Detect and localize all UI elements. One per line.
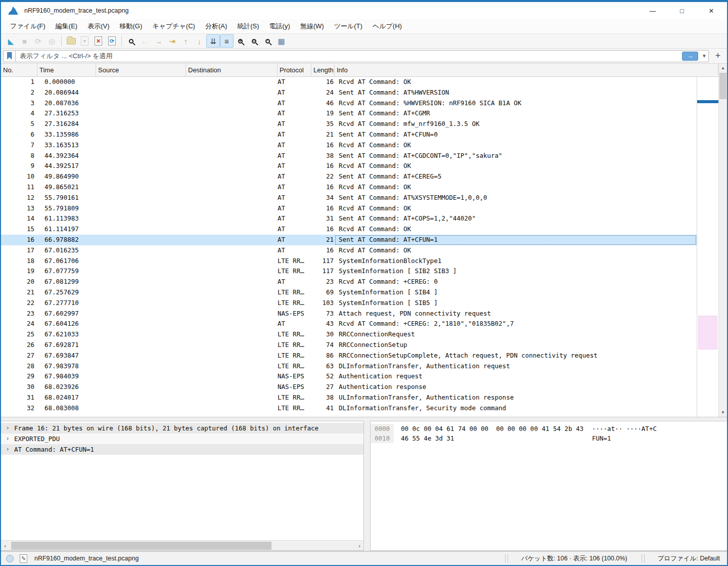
- packet-row[interactable]: 2767.693847LTE RR…86RRCConnectionSetupCo…: [1, 351, 697, 361]
- menu-file[interactable]: ファイル(F): [5, 19, 51, 33]
- expand-arrow-icon[interactable]: ›: [1, 423, 14, 433]
- filter-dropdown-button[interactable]: ▼: [700, 51, 708, 62]
- expand-arrow-icon[interactable]: ›: [1, 444, 14, 455]
- find-packet-button[interactable]: [124, 34, 138, 48]
- packet-row[interactable]: 633.135986AT21Sent AT Command: AT+CFUN=0: [1, 129, 697, 140]
- menu-telephony[interactable]: 電話(y): [264, 19, 295, 33]
- lower-panes: ›Frame 16: 21 bytes on wire (168 bits), …: [1, 421, 727, 551]
- packet-list-vertical-scrollbar[interactable]: ▲ ▼: [718, 64, 727, 417]
- packet-row[interactable]: 1867.061706LTE RR…117SystemInformationBl…: [1, 256, 697, 267]
- intelligent-scrollbar-minimap[interactable]: [697, 77, 718, 417]
- expert-info-icon[interactable]: [6, 555, 14, 562]
- packet-row[interactable]: 944.392517AT16Rcvd AT Command: OK: [1, 161, 697, 171]
- start-capture-button[interactable]: ◣: [4, 34, 18, 48]
- display-filter-input[interactable]: [16, 52, 682, 60]
- packet-row[interactable]: 220.086944AT24Sent AT Command: AT%HWVERS…: [1, 88, 697, 98]
- packet-row[interactable]: 2167.257629LTE RR…69SystemInformation [ …: [1, 287, 697, 298]
- close-file-button[interactable]: ✕: [92, 34, 105, 48]
- packet-cell-time: 67.277710: [37, 298, 96, 309]
- go-last-button[interactable]: ↓: [193, 34, 206, 48]
- packet-row[interactable]: 427.316253AT19Sent AT Command: AT+CGMR: [1, 108, 697, 119]
- column-header-info[interactable]: Info: [335, 64, 718, 76]
- menu-wireless[interactable]: 無線(W): [295, 19, 329, 33]
- menu-analyze[interactable]: 分析(A): [200, 19, 232, 33]
- packet-row[interactable]: 2467.604126AT43Rcvd AT Command: +CEREG: …: [1, 319, 697, 329]
- column-header-length[interactable]: Length: [311, 64, 335, 76]
- packet-row[interactable]: 2067.081299AT23Rcvd AT Command: +CEREG: …: [1, 277, 697, 287]
- filter-apply-button[interactable]: →: [682, 52, 698, 61]
- packet-row[interactable]: 1767.016235AT16Rcvd AT Command: OK: [1, 245, 697, 256]
- packet-row[interactable]: 2667.692871LTE RR…74RRCConnectionSetup: [1, 340, 697, 351]
- scroll-left-icon[interactable]: ‹: [1, 541, 9, 551]
- menu-help[interactable]: ヘルプ(H): [368, 19, 407, 33]
- menu-go[interactable]: 移動(G): [115, 19, 148, 33]
- packet-row[interactable]: 3068.023926NAS-EPS27Authentication respo…: [1, 382, 697, 393]
- packet-cell-no: 28: [1, 361, 37, 372]
- packet-row[interactable]: 2867.983978LTE RR…63DLInformationTransfe…: [1, 361, 697, 372]
- pane-divider[interactable]: [364, 421, 370, 551]
- maximize-button[interactable]: □: [667, 2, 697, 19]
- column-header-destination[interactable]: Destination: [186, 64, 278, 76]
- auto-scroll-button[interactable]: ⇊: [206, 34, 220, 48]
- close-button[interactable]: ✕: [697, 2, 726, 19]
- column-header-no[interactable]: No.: [1, 64, 37, 76]
- packet-row[interactable]: 1255.790161AT34Sent AT Command: AT%XSYST…: [1, 193, 697, 203]
- packet-row-selected[interactable]: 1666.978882AT21Sent AT Command: AT+CFUN=…: [1, 235, 697, 245]
- zoom-out-button[interactable]: −: [247, 34, 261, 48]
- packet-row[interactable]: 2967.984039NAS-EPS52Authentication reque…: [1, 371, 697, 382]
- packet-row[interactable]: 527.316284AT35Rcvd AT Command: mfw_nrf91…: [1, 119, 697, 129]
- scrollbar-thumb[interactable]: [719, 73, 726, 99]
- packet-row[interactable]: 3168.024017LTE RR…38ULInformationTransfe…: [1, 393, 697, 403]
- go-first-button[interactable]: ↑: [179, 34, 193, 48]
- open-file-button[interactable]: [64, 34, 78, 48]
- packet-row[interactable]: 1561.114197AT16Rcvd AT Command: OK: [1, 224, 697, 235]
- hex-line[interactable]: 001046 55 4e 3d 31FUN=1: [371, 433, 727, 443]
- packet-cell-no: 31: [1, 393, 37, 403]
- packet-row[interactable]: 10.000000AT16Rcvd AT Command: OK: [1, 77, 697, 88]
- packet-row[interactable]: 2267.277710LTE RR…103SystemInformation […: [1, 298, 697, 309]
- zoom-in-button[interactable]: +: [234, 34, 247, 48]
- detail-tree-row[interactable]: ›Frame 16: 21 bytes on wire (168 bits), …: [1, 423, 363, 433]
- packet-row[interactable]: 1149.865021AT16Rcvd AT Command: OK: [1, 182, 697, 193]
- packet-cell-time: 0.000000: [37, 77, 96, 88]
- packet-row[interactable]: 2367.602997NAS-EPS73Attach request, PDN …: [1, 309, 697, 319]
- packet-row[interactable]: 320.087036AT46Rcvd AT Command: %HWVERSIO…: [1, 98, 697, 109]
- minimize-button[interactable]: —: [638, 2, 667, 19]
- filter-add-button[interactable]: +: [712, 50, 724, 62]
- menu-capture[interactable]: キャプチャ(C): [147, 19, 200, 33]
- go-forward-button[interactable]: →: [152, 34, 165, 48]
- scroll-up-icon[interactable]: ▲: [719, 64, 727, 72]
- scroll-down-icon[interactable]: ▼: [719, 408, 727, 417]
- filter-bookmark-button[interactable]: [3, 50, 15, 62]
- packet-row[interactable]: 1355.791809AT16Rcvd AT Command: OK: [1, 203, 697, 214]
- resize-columns-button[interactable]: ▦: [275, 34, 288, 48]
- reload-file-button[interactable]: ⟳: [105, 34, 119, 48]
- column-header-source[interactable]: Source: [96, 64, 186, 76]
- go-to-packet-button[interactable]: ⇥: [165, 34, 179, 48]
- colorize-button[interactable]: ≡: [220, 34, 234, 48]
- pane-splitter[interactable]: [1, 417, 727, 421]
- detail-tree-row[interactable]: ›EXPORTED_PDU: [1, 433, 363, 444]
- packet-row[interactable]: 3268.083008LTE RR…41DLInformationTransfe…: [1, 403, 697, 414]
- status-profile[interactable]: プロファイル: Default: [650, 554, 727, 563]
- capture-comment-icon[interactable]: ✎: [20, 554, 27, 563]
- detail-horizontal-scrollbar[interactable]: ‹ ›: [1, 540, 363, 550]
- packet-row[interactable]: 1461.113983AT31Sent AT Command: AT+COPS=…: [1, 213, 697, 224]
- column-header-protocol[interactable]: Protocol: [278, 64, 311, 76]
- packet-row[interactable]: 2567.621033LTE RR…30RRCConnectionRequest: [1, 329, 697, 340]
- hex-line[interactable]: 000000 0c 00 04 61 74 00 00 00 00 00 00 …: [371, 424, 727, 433]
- packet-row[interactable]: 844.392364AT38Sent AT Command: AT+CGDCON…: [1, 151, 697, 161]
- zoom-reset-button[interactable]: ·: [261, 34, 275, 48]
- packet-row[interactable]: 1967.077759LTE RR…117SystemInformation […: [1, 266, 697, 277]
- menu-tools[interactable]: ツール(T): [329, 19, 368, 33]
- column-header-time[interactable]: Time: [37, 64, 96, 76]
- detail-tree-row[interactable]: ›AT Command: AT+CFUN=1: [1, 444, 363, 455]
- menu-statistics[interactable]: 統計(S): [232, 19, 264, 33]
- menu-view[interactable]: 表示(V): [82, 19, 114, 33]
- scroll-right-icon[interactable]: ›: [355, 541, 363, 551]
- scrollbar-thumb[interactable]: [11, 542, 271, 550]
- packet-row[interactable]: 733.163513AT16Rcvd AT Command: OK: [1, 140, 697, 151]
- menu-edit[interactable]: 編集(E): [51, 19, 82, 33]
- packet-row[interactable]: 1049.864990AT22Sent AT Command: AT+CEREG…: [1, 171, 697, 182]
- expand-arrow-icon[interactable]: ›: [1, 433, 14, 444]
